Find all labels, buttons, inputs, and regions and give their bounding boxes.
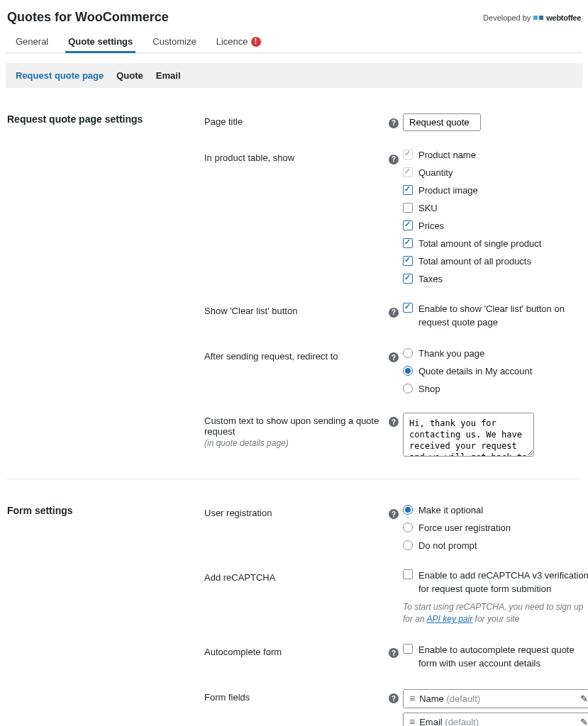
api-key-pair-link[interactable]: API key pair [427,614,473,624]
tab-quote-settings[interactable]: Quote settings [58,30,143,52]
form-field-name[interactable]: ≡Name (default)✎ [403,689,588,708]
form-field-label: Name (default) [419,693,576,704]
clear-list-checkbox[interactable]: Enable to show 'Clear list' button on re… [403,303,581,330]
checkbox-sku[interactable]: SKU [403,203,581,213]
alert-icon: ! [251,37,261,47]
checkbox-total-amount-of-single-product[interactable]: Total amount of single product [403,238,581,249]
webtoffee-logo [533,16,543,20]
subtab-quote[interactable]: Quote [116,70,143,81]
page-title: Quotes for WooCommerce [7,10,169,25]
checkbox-product-name: Product name [403,150,581,160]
radio-icon [403,540,413,550]
edit-icon[interactable]: ✎ [580,693,588,704]
radio-icon [403,505,413,515]
label-autocomplete: Autocomplete form [204,644,389,657]
recaptcha-checkbox[interactable]: Enable to add reCAPTCHA v3 verification … [403,569,588,596]
subtab-email[interactable]: Email [156,70,181,81]
radio-make-it-optional[interactable]: Make it optional [403,505,588,515]
radio-quote-details-in-my-account[interactable]: Quote details in My account [403,366,581,376]
subtab-request-quote-page[interactable]: Request quote page [16,70,104,81]
form-field-email[interactable]: ≡Email (default)✎ [403,713,588,726]
help-icon[interactable]: ? [389,155,399,164]
label-recaptcha: Add reCAPTCHA [204,569,389,583]
drag-handle-icon[interactable]: ≡ [409,717,415,726]
checkbox-icon [403,303,413,313]
label-form-fields: Form fields [204,689,389,703]
developed-by: Developed by webtoffee [483,13,581,22]
help-icon[interactable]: ? [389,118,399,128]
checkbox-total-amount-of-all-products[interactable]: Total amount of all products [403,256,581,267]
custom-text-textarea[interactable] [403,413,534,457]
tab-licence[interactable]: Licence! [206,30,271,52]
help-icon[interactable]: ? [389,417,399,427]
section-heading-request-quote: Request quote page settings [7,113,204,459]
checkbox-icon [403,185,413,195]
checkbox-icon [403,167,413,177]
checkbox-taxes[interactable]: Taxes [403,274,581,284]
radio-do-not-prompt[interactable]: Do not prompt [403,540,588,551]
help-icon[interactable]: ? [389,693,399,703]
radio-icon [403,523,413,532]
checkbox-icon [403,238,413,248]
checkbox-icon [403,220,413,230]
checkbox-icon [403,569,413,579]
help-icon[interactable]: ? [389,509,399,519]
section-heading-form-settings: Form settings [7,505,204,726]
checkbox-icon [403,203,413,213]
radio-shop[interactable]: Shop [403,384,581,394]
sub-tabs: Request quote pageQuoteEmail [6,63,582,88]
label-custom-text: Custom text to show upon sending a quote… [204,413,389,448]
radio-icon [403,348,413,358]
form-field-label: Email (default) [419,717,576,726]
label-page-title: Page title [204,113,389,127]
main-tabs: GeneralQuote settingsCustomizeLicence! [6,30,582,53]
tab-customize[interactable]: Customize [143,30,206,52]
label-user-registration: User registration [204,505,389,518]
checkbox-icon [403,256,413,266]
checkbox-prices[interactable]: Prices [403,220,581,231]
checkbox-quantity: Quantity [403,167,581,178]
label-redirect: After sending request, redirect to [204,348,389,362]
page-title-input[interactable] [403,113,481,131]
help-icon[interactable]: ? [389,308,399,318]
radio-icon [403,384,413,393]
checkbox-icon [403,644,413,654]
label-product-table: In product table, show [204,150,389,163]
checkbox-icon [403,274,413,284]
edit-icon[interactable]: ✎ [580,717,588,726]
drag-handle-icon[interactable]: ≡ [409,693,415,703]
label-clear-list: Show 'Clear list' button [204,303,389,316]
help-icon[interactable]: ? [389,352,399,362]
radio-icon [403,366,413,376]
recaptcha-note: To start using reCAPTCHA, you need to si… [403,601,588,625]
radio-force-user-registration[interactable]: Force user registration [403,523,588,533]
radio-thank-you-page[interactable]: Thank you page [403,348,581,359]
autocomplete-checkbox[interactable]: Enable to autocomplete request quote for… [403,644,588,671]
tab-general[interactable]: General [6,30,58,52]
help-icon[interactable]: ? [389,648,399,658]
checkbox-icon [403,150,413,160]
checkbox-product-image[interactable]: Product image [403,185,581,196]
